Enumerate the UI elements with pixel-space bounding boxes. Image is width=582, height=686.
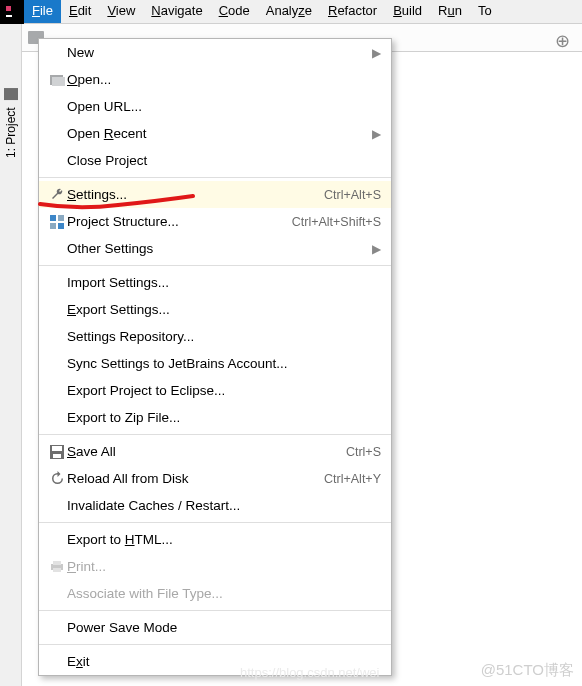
- title-bar: File Edit View Navigate Code Analyze Ref…: [0, 0, 582, 24]
- svg-rect-5: [50, 215, 56, 221]
- menu-tools[interactable]: To: [470, 0, 500, 23]
- submenu-arrow-icon: ▶: [372, 242, 381, 256]
- svg-rect-10: [52, 446, 62, 451]
- watermark-csdn: https://blog.csdn.net/wei: [240, 665, 379, 680]
- open-icon: [47, 73, 67, 86]
- menu-settings[interactable]: Settings...Ctrl+Alt+S: [39, 181, 391, 208]
- menu-build[interactable]: Build: [385, 0, 430, 23]
- svg-rect-14: [53, 568, 61, 572]
- menu-invalidate-caches[interactable]: Invalidate Caches / Restart...: [39, 492, 391, 519]
- menu-save-all[interactable]: Save AllCtrl+S: [39, 438, 391, 465]
- menu-export-html[interactable]: Export to HTML...: [39, 526, 391, 553]
- svg-rect-13: [53, 561, 61, 565]
- menu-view[interactable]: View: [99, 0, 143, 23]
- menu-project-structure[interactable]: Project Structure...Ctrl+Alt+Shift+S: [39, 208, 391, 235]
- menu-export-zip[interactable]: Export to Zip File...: [39, 404, 391, 431]
- svg-rect-4: [52, 77, 65, 86]
- menu-print: Print...: [39, 553, 391, 580]
- project-icon: [4, 88, 18, 100]
- menu-settings-repo[interactable]: Settings Repository...: [39, 323, 391, 350]
- svg-rect-6: [58, 215, 64, 221]
- svg-rect-8: [58, 223, 64, 229]
- menu-analyze[interactable]: Analyze: [258, 0, 320, 23]
- menu-open[interactable]: Open...: [39, 66, 391, 93]
- menu-export-eclipse[interactable]: Export Project to Eclipse...: [39, 377, 391, 404]
- menu-run[interactable]: Run: [430, 0, 470, 23]
- menu-power-save[interactable]: Power Save Mode: [39, 614, 391, 641]
- menu-code[interactable]: Code: [211, 0, 258, 23]
- reload-icon: [47, 471, 67, 486]
- svg-rect-11: [53, 454, 61, 458]
- wrench-icon: [47, 187, 67, 202]
- menu-close-project[interactable]: Close Project: [39, 147, 391, 174]
- app-icon: [0, 0, 24, 24]
- menu-reload-disk[interactable]: Reload All from DiskCtrl+Alt+Y: [39, 465, 391, 492]
- menu-import-settings[interactable]: Import Settings...: [39, 269, 391, 296]
- collapse-icon[interactable]: ⊕: [555, 30, 570, 52]
- project-tool-tab[interactable]: 1: Project: [2, 84, 20, 162]
- svg-rect-1: [6, 6, 11, 11]
- structure-icon: [47, 215, 67, 229]
- menu-other-settings[interactable]: Other Settings▶: [39, 235, 391, 262]
- menu-export-settings[interactable]: Export Settings...: [39, 296, 391, 323]
- print-icon: [47, 560, 67, 573]
- menu-navigate[interactable]: Navigate: [143, 0, 210, 23]
- menu-sync-jetbrains[interactable]: Sync Settings to JetBrains Account...: [39, 350, 391, 377]
- svg-rect-2: [6, 15, 12, 17]
- file-menu-dropdown: New▶ Open... Open URL... Open Recent▶ Cl…: [38, 38, 392, 676]
- save-icon: [47, 445, 67, 459]
- left-tool-strip: 1: Project: [0, 24, 22, 686]
- submenu-arrow-icon: ▶: [372, 127, 381, 141]
- menu-open-recent[interactable]: Open Recent▶: [39, 120, 391, 147]
- menu-bar: File Edit View Navigate Code Analyze Ref…: [24, 0, 500, 23]
- menu-associate-filetype: Associate with File Type...: [39, 580, 391, 607]
- menu-open-url[interactable]: Open URL...: [39, 93, 391, 120]
- menu-file[interactable]: File: [24, 0, 61, 23]
- svg-rect-7: [50, 223, 56, 229]
- submenu-arrow-icon: ▶: [372, 46, 381, 60]
- menu-edit[interactable]: Edit: [61, 0, 99, 23]
- menu-refactor[interactable]: Refactor: [320, 0, 385, 23]
- menu-new[interactable]: New▶: [39, 39, 391, 66]
- watermark-51cto: @51CTO博客: [481, 661, 574, 680]
